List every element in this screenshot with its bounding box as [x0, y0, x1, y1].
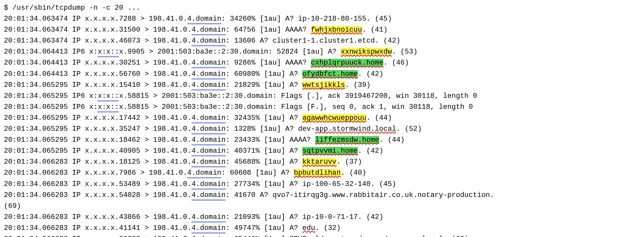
text-segment: 20:01:34.065295 IP x.x.x.x.35247 > 198.4…	[4, 125, 192, 133]
tcpdump-line-16: 20:01:34.066283 IP x.x.x.x.54028 > 198.4…	[4, 190, 640, 201]
tcpdump-line-5: 20:01:34.064413 IP x.x.x.x.56760 > 198.4…	[4, 69, 640, 80]
text-segment: : 34260% [1au] A? ip-10-218-80-155. (45)	[221, 15, 392, 23]
text-segment: wwtsjikkls	[302, 81, 345, 89]
tcpdump-line-9: 20:01:34.065295 IP x.x.x.x.17442 > 198.4…	[4, 113, 640, 124]
tcpdump-line-12: 20:01:34.065295 IP x.x.x.x.40905 > 198.4…	[4, 146, 640, 157]
text-segment: 20:01:34.065295 IP x.x.x.x.17442 > 198.4…	[4, 114, 192, 122]
text-segment: 4.domain	[192, 235, 226, 237]
text-segment: : 60980% [1au] A?	[226, 70, 303, 78]
text-segment: : 32435% [1au] A?	[226, 114, 303, 122]
text-segment: x:x::	[98, 92, 119, 101]
text-segment: 20:01:34.066283 IP x.x.x.x.7986 > 198.41…	[4, 169, 187, 177]
text-segment: 20:01:34.066283 IP x.x.x.x.41141 > 198.4…	[4, 224, 192, 232]
text-segment: ldap.	[315, 235, 337, 237]
text-segment: . (40)	[341, 169, 366, 177]
text-segment: . (60)	[443, 235, 469, 237]
text-segment: x.58815 > 2001:503:ba3e::2:30.domain: Fl…	[119, 92, 477, 100]
text-segment: ofydbfct.home	[302, 70, 358, 78]
text-segment: 20:01:34.065295 IP x.x.x.x.15410 > 198.4…	[4, 81, 192, 89]
text-segment: : 60608 [1au] A?	[221, 169, 294, 177]
text-segment: 20:01:34.066283 IP x.x.x.x.18125 > 198.4…	[4, 158, 192, 166]
tcpdump-line-2: 20:01:34.063474 IP x.x.x.x.46073 > 198.4…	[4, 36, 640, 46]
tcpdump-line-19: 20:01:34.066283 IP x.x.x.x.41141 > 198.4…	[4, 223, 640, 234]
tcpdump-line-4: 20:01:34.064413 IP x.x.x.x.30251 > 198.4…	[4, 57, 640, 68]
text-segment: 20:01:34.064413 IP x.x.x.x.56760 > 198.4…	[4, 70, 192, 78]
text-segment: 20:01:34.066283 IP x.x.x.x.54028 > 198.4…	[4, 191, 192, 199]
text-segment: . (32)	[315, 224, 341, 232]
tcpdump-line-0: 20:01:34.063474 IP x.x.x.x.7288 > 198.41…	[4, 14, 640, 25]
text-segment: . (41)	[362, 26, 388, 34]
text-segment: : 21829% [1au] A?	[226, 81, 303, 89]
text-segment: sqtpvvmi.home	[302, 147, 358, 155]
text-segment: 4.domain	[192, 26, 226, 35]
tcpdump-line-13: 20:01:34.066283 IP x.x.x.x.18125 > 198.4…	[4, 157, 640, 168]
text-segment: : 23433% [1au] AAAA?	[226, 136, 315, 144]
text-segment: 20:01:34.065295 IP6 x:	[4, 103, 98, 111]
text-segment: agawwhcwueppouu	[302, 114, 366, 122]
text-segment: 20:01:34.065295 IP x.x.x.x.40905 > 198.4…	[4, 147, 192, 155]
text-segment: . (44)	[366, 114, 392, 122]
text-segment: : 65449% [1au] SRV? _	[226, 235, 315, 237]
text-segment: 4.domain	[192, 180, 226, 190]
tcpdump-line-11: 20:01:34.065295 IP x.x.x.x.18462 > 198.4…	[4, 135, 640, 146]
text-segment: . (46)	[383, 59, 409, 67]
command-line: $ /usr/sbin/tcpdump -n -c 20 ...	[4, 3, 640, 14]
text-segment: 20:01:34.063474 IP x.x.x.x.46073 > 198.4…	[4, 37, 192, 45]
text-segment: 20:01:34.065295 IP6 x:	[4, 92, 98, 100]
text-segment: : 49747% [1au] A?	[226, 224, 303, 232]
text-segment: app.stormwind.local	[315, 125, 396, 133]
text-segment: : 64756 [1au] AAAA?	[226, 26, 311, 34]
text-segment: . (44)	[379, 136, 405, 144]
tcpdump-line-14: 20:01:34.066283 IP x.x.x.x.7986 > 198.41…	[4, 168, 640, 179]
text-segment: edu	[302, 224, 315, 232]
text-segment: liffezmsdw.home	[315, 136, 379, 144]
text-segment: 20:01:34.064413 IP6 x:	[4, 48, 98, 56]
command-text: $ /usr/sbin/tcpdump -n -c 20 ...	[4, 4, 140, 12]
text-segment: 20:01:34.064413 IP x.x.x.x.30251 > 198.4…	[4, 59, 192, 67]
text-segment: msdcs.mwaa.local	[375, 235, 443, 237]
tcpdump-line-18: 20:01:34.066283 IP x.x.x.x.43866 > 198.4…	[4, 212, 640, 223]
text-segment: : 40371% [1au] A?	[226, 147, 303, 155]
tcpdump-line-8: 20:01:34.065295 IP6 x:x:x::x.58815 > 200…	[4, 102, 640, 113]
text-segment: 20:01:34.065295 IP x.x.x.x.18462 > 198.4…	[4, 136, 192, 144]
text-segment: : 13606 A? cluster1-1.cluster1.etcd. (42…	[226, 37, 400, 45]
text-segment: 4.domain	[192, 59, 226, 68]
text-segment: 4.domain	[192, 81, 226, 90]
text-segment: 20:01:34.063474 IP x.x.x.x.7288 > 198.41…	[4, 15, 187, 23]
text-segment: : 41670 A? qvo7-itirqg3g.www.rabbitair.c…	[226, 191, 494, 199]
text-segment: 20:01:34.066283 IP x.x.x.x.36283 > 198.4…	[4, 235, 192, 237]
tcpdump-line-6: 20:01:34.065295 IP x.x.x.x.15410 > 198.4…	[4, 80, 640, 91]
text-segment: . (37)	[337, 158, 362, 166]
text-segment: 4.domain	[192, 224, 226, 233]
text-segment: . (42)	[358, 70, 383, 78]
text-segment: x.9905 > 2001:503:ba3e::2:30.domain: 528…	[119, 48, 341, 56]
text-segment: kktaruvv	[302, 158, 337, 166]
text-segment: . (53)	[392, 48, 417, 56]
text-segment: (69)	[4, 202, 21, 210]
text-segment: . (39)	[345, 81, 370, 89]
tcpdump-line-1: 20:01:34.063474 IP x.x.x.x.31500 > 198.4…	[4, 25, 640, 36]
text-segment: : 21093% [1au] A? ip-10-0-71-17. (42)	[226, 213, 383, 221]
text-segment: . (52)	[396, 125, 422, 133]
text-segment: bpbutdlihan	[294, 169, 341, 177]
tcpdump-line-17: (69)	[4, 201, 640, 212]
text-segment: 4.domain	[192, 191, 226, 201]
tcpdump-line-7: 20:01:34.065295 IP6 x:x:x::x.58815 > 200…	[4, 91, 640, 102]
text-segment: 4.domain	[187, 15, 222, 24]
text-segment: xxnwikspwxdw	[341, 48, 392, 56]
text-segment: : 1328% [1au] A? dev-	[226, 125, 315, 133]
text-segment: 4.domain	[187, 169, 222, 178]
text-segment: 20:01:34.063474 IP x.x.x.x.31500 > 198.4…	[4, 26, 192, 34]
text-segment: tcp.dc.	[341, 235, 370, 237]
text-segment: 4.domain	[192, 114, 226, 123]
tcpdump-line-15: 20:01:34.066283 IP x.x.x.x.53489 > 198.4…	[4, 179, 640, 190]
text-segment: _	[337, 235, 341, 237]
tcpdump-line-3: 20:01:34.064413 IP6 x:x:x::x.9905 > 2001…	[4, 46, 640, 57]
text-segment: 20:01:34.066283 IP x.x.x.x.43866 > 198.4…	[4, 213, 192, 221]
text-segment: . (42)	[358, 147, 383, 155]
text-segment: 4.domain	[192, 147, 226, 156]
text-segment: x:x::	[98, 48, 119, 57]
text-segment: 4.domain	[192, 213, 226, 222]
text-segment: x.58815 > 2001:503:ba3e::2:30.domain: Fl…	[119, 103, 473, 111]
text-segment: 4.domain	[192, 136, 226, 145]
